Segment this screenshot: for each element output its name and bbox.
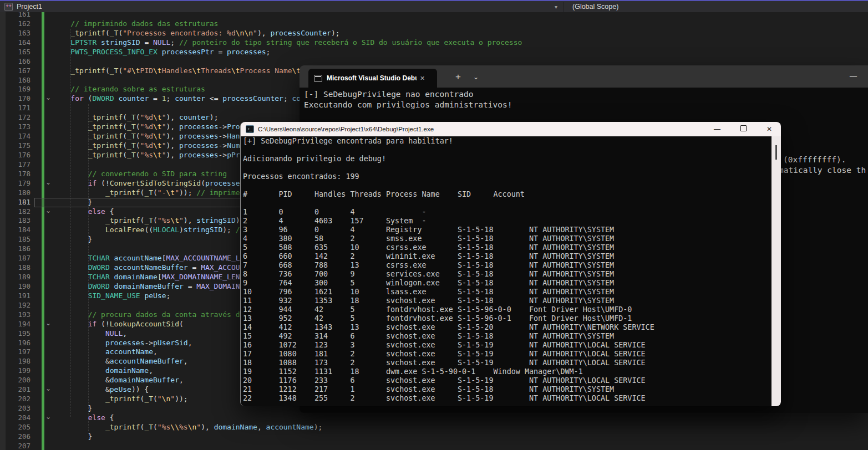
code-text: } — [53, 198, 92, 207]
console-close-button[interactable]: ✕ — [765, 122, 773, 136]
line-number: 192 — [0, 301, 31, 310]
line-number: 176 — [0, 151, 31, 160]
scrollbar-thumb[interactable] — [775, 145, 777, 160]
console-maximize-button[interactable] — [739, 122, 747, 136]
code-text: } — [53, 432, 92, 442]
line-number: 182 — [0, 207, 31, 217]
code-text: LocalFree((HLOCAL)stringSID); // — [53, 226, 244, 235]
terminal-output-fragment: (0xffffffff). — [783, 155, 846, 164]
code-text: PWTS_PROCESS_INFO_EX processesPtr = proc… — [53, 48, 270, 57]
fold-chevron-icon[interactable]: ⌄ — [45, 93, 51, 103]
code-line[interactable]: 204⌄ else { — [0, 413, 868, 423]
fold-chevron-icon[interactable]: ⌄ — [45, 178, 51, 187]
line-number: 190 — [0, 282, 31, 292]
line-number: 202 — [0, 395, 31, 404]
code-text: _tprintf(_T("%s\t"), processes->pPr — [53, 151, 240, 160]
line-number: 193 — [0, 310, 31, 320]
fold-chevron-icon[interactable]: ⌄ — [45, 319, 51, 328]
line-number: 161 — [0, 12, 31, 19]
code-text: _tprintf(_T("%s\t"), stringSID) — [53, 216, 240, 226]
line-number: 178 — [0, 170, 31, 179]
line-number: 185 — [0, 235, 31, 244]
line-number: 166 — [0, 57, 31, 67]
code-line[interactable]: 163 _tprintf(_T("Processos encontrados: … — [0, 29, 868, 38]
code-line[interactable]: 206 } — [0, 432, 868, 442]
code-text: else { — [53, 207, 114, 217]
code-line[interactable]: 205 _tprintf(_T("%s\\%s\n"), domainName,… — [0, 423, 868, 432]
line-number: 162 — [0, 19, 31, 29]
line-number: 204 — [0, 413, 31, 423]
code-line[interactable]: 207 — [0, 442, 868, 450]
terminal-tab[interactable]: Microsoft Visual Studio Debug ✕ — [308, 69, 437, 88]
cpp-project-icon: ++ — [4, 3, 13, 11]
fold-chevron-icon[interactable]: ⌄ — [45, 384, 51, 393]
line-number: 177 — [0, 160, 31, 170]
code-text: // procura dados da conta através d — [53, 310, 240, 320]
line-number: 186 — [0, 244, 31, 254]
chevron-down-icon[interactable]: ▾ — [555, 4, 557, 10]
code-text: for (DWORD counter = 1; counter <= proce… — [53, 94, 301, 104]
code-text: TCHAR domainName[MAX_DOMAINNAME_LEN — [53, 273, 240, 282]
code-text: SID_NAME_USE peUse; — [53, 292, 170, 301]
line-number: 205 — [0, 423, 31, 432]
code-text: &domainNameBuffer, — [53, 376, 184, 385]
terminal-titlebar[interactable]: Microsoft Visual Studio Debug ✕ + ⌄ — — [300, 65, 868, 88]
terminal-minimize-button[interactable]: — — [850, 69, 857, 84]
line-number: 203 — [0, 404, 31, 413]
line-number: 167 — [0, 67, 31, 76]
code-text: processes->pUserSid, — [53, 339, 192, 348]
line-number: 174 — [0, 132, 31, 141]
line-number: 180 — [0, 188, 31, 198]
console-minimize-button[interactable]: — — [713, 122, 721, 136]
terminal-tab-title: Microsoft Visual Studio Debug — [327, 74, 417, 82]
line-number: 179 — [0, 179, 31, 188]
line-number: 173 — [0, 122, 31, 132]
code-text: // convertendo o SID para string — [53, 170, 227, 179]
tab-dropdown-icon[interactable]: ⌄ — [469, 70, 483, 84]
code-text: LPTSTR stringSID = NULL; // ponteiro do … — [53, 38, 522, 48]
line-number: 197 — [0, 347, 31, 357]
code-line[interactable]: 162 // imprimindo dados das estruturas — [0, 19, 868, 29]
screen: { "topbar": { "project": "Project1", "sc… — [0, 0, 868, 450]
console-output-area[interactable]: [+] SeDebugPrivilege encontrada para hab… — [241, 136, 781, 406]
code-line[interactable]: 161 — [0, 12, 868, 19]
code-text: } — [53, 235, 92, 244]
line-number: 207 — [0, 442, 31, 450]
fold-chevron-icon[interactable]: ⌄ — [45, 206, 51, 216]
line-number: 196 — [0, 339, 31, 348]
line-number: 169 — [0, 85, 31, 94]
code-text: // imprimindo dados das estruturas — [53, 19, 218, 29]
line-number: 189 — [0, 273, 31, 282]
line-number: 194 — [0, 320, 31, 329]
code-text: } — [53, 404, 92, 413]
line-number: 198 — [0, 357, 31, 366]
code-line[interactable]: 165 PWTS_PROCESS_INFO_EX processesPtr = … — [0, 48, 868, 57]
code-text: // iterando sobre as estruturas — [53, 85, 205, 94]
scope-dropdown[interactable]: (Global Scope) — [572, 3, 618, 11]
line-number: 187 — [0, 254, 31, 263]
vs-navigation-bar: ++ Project1 ▾ (Global Scope) — [0, 0, 868, 12]
line-number: 168 — [0, 76, 31, 85]
console-titlebar[interactable]: ›_ C:\Users\leona\source\repos\Project1\… — [241, 122, 781, 136]
code-text: NULL, — [53, 329, 127, 339]
code-text: else { — [53, 413, 114, 423]
console-window-icon — [314, 75, 322, 82]
line-number: 206 — [0, 432, 31, 442]
console-scrollbar[interactable] — [771, 136, 781, 406]
new-tab-button[interactable]: + — [450, 70, 466, 84]
console-output-text: [+] SeDebugPrivilege encontrada para hab… — [241, 136, 781, 403]
line-number: 201 — [0, 385, 31, 395]
code-text: &accountNameBuffer, — [53, 357, 188, 366]
maximize-icon — [740, 125, 747, 131]
terminal-output-text: [-] SeDebugPrivilege nao encontrado Exec… — [300, 88, 868, 110]
code-text: accountName, — [53, 347, 158, 357]
fold-chevron-icon[interactable]: ⌄ — [45, 412, 51, 422]
tab-close-icon[interactable]: ✕ — [420, 75, 425, 82]
code-text: _tprintf(_T("%s\\%s\n"), domainName, acc… — [53, 423, 322, 432]
code-line[interactable]: 164 LPTSTR stringSID = NULL; // ponteiro… — [0, 38, 868, 48]
code-text: _tprintf(_T("%d\t"), processes->Han — [53, 132, 240, 141]
project-dropdown[interactable]: Project1 — [17, 3, 42, 11]
line-number: 165 — [0, 48, 31, 57]
code-text: if (!LookupAccountSid( — [53, 320, 184, 329]
line-number: 184 — [0, 226, 31, 235]
